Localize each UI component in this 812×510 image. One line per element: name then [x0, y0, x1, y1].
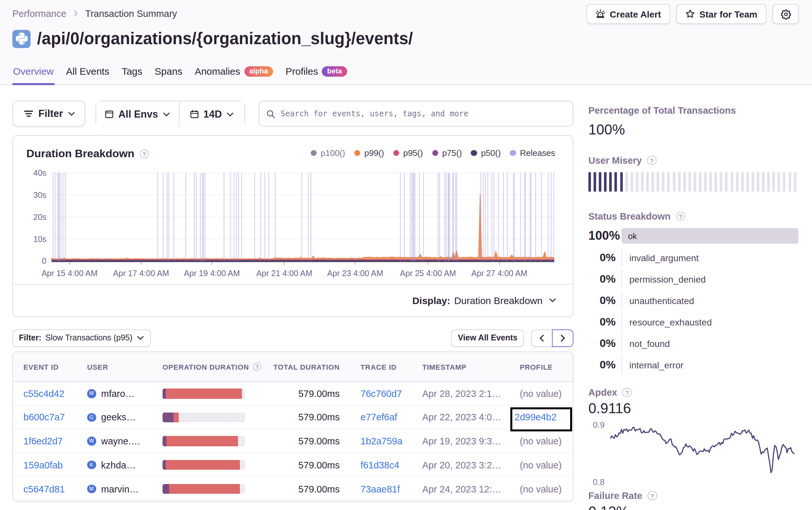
tab-anomalies[interactable]: Anomaliesalpha [194, 66, 274, 85]
pct-transactions-value: 100% [588, 121, 799, 139]
misery-bar [694, 172, 696, 192]
user-avatar: M [87, 485, 96, 493]
toolbar-right: View All Events [452, 329, 573, 347]
status-breakdown-label: Status Breakdown [588, 211, 671, 221]
trace-id-cell: e77ef6af [347, 412, 422, 423]
column-header-event-id[interactable]: EVENT ID [23, 363, 87, 371]
trace-id-link[interactable]: 1b2a759a [360, 436, 402, 446]
misery-bar [704, 172, 707, 192]
column-header-timestamp[interactable]: TIMESTAMP [422, 363, 520, 371]
operation-duration-bar[interactable] [163, 412, 245, 422]
timestamp-cell: Apr 22, 2023 4:0… [422, 412, 520, 423]
python-platform-icon [12, 30, 31, 48]
duration-breakdown-help-icon[interactable]: ? [140, 149, 149, 159]
failure-rate-help-icon[interactable]: ? [647, 491, 657, 501]
misery-bar [757, 172, 759, 192]
user-avatar: G [87, 413, 96, 422]
legend-item-p100[interactable]: p100() [311, 148, 345, 158]
op-duration-segment-red [174, 412, 179, 422]
pagination [531, 329, 573, 347]
profile-link[interactable]: 2d99e4b2 [515, 412, 556, 423]
svg-text:20s: 20s [33, 212, 46, 221]
legend-dot [471, 150, 477, 156]
legend-label: p95() [403, 148, 423, 158]
display-value[interactable]: Duration Breakdown [454, 295, 543, 306]
legend-item-p99[interactable]: p99() [354, 148, 384, 158]
user-misery-help-icon[interactable]: ? [647, 156, 656, 166]
search-input[interactable] [281, 109, 566, 118]
trace-id-link[interactable]: 73aae81f [360, 484, 400, 494]
event-id-link[interactable]: b600c7a7 [23, 412, 65, 423]
status-rows: 0%invalid_argument0%permission_denied0%u… [588, 247, 799, 376]
op-duration-segment-purple [163, 389, 166, 398]
status-percent: 0% [588, 337, 616, 350]
trace-id-link[interactable]: f61d38c4 [360, 460, 399, 470]
operation-duration-help-icon[interactable]: ? [253, 362, 262, 371]
operation-duration-cell [163, 436, 275, 446]
tab-spans[interactable]: Spans [154, 66, 183, 85]
chevron-down-icon[interactable] [548, 297, 556, 304]
op-duration-segment-purple [163, 484, 169, 494]
next-page-button[interactable] [552, 329, 573, 347]
column-header-total-duration[interactable]: TOTAL DURATION [275, 363, 347, 371]
filter-button[interactable]: Filter [12, 101, 85, 127]
column-header-operation-duration[interactable]: OPERATION DURATION? [163, 362, 275, 371]
apdex-chart: 0.90.8 [588, 419, 799, 489]
tab-profiles[interactable]: Profilesbeta [285, 66, 347, 85]
legend-item-Releases[interactable]: Releases [510, 148, 555, 158]
trace-id-link[interactable]: e77ef6af [360, 412, 397, 423]
search-box [258, 101, 573, 127]
column-header-profile[interactable]: PROFILE [520, 363, 562, 371]
user-misery-score-bar [588, 172, 799, 192]
misery-bar [788, 172, 791, 192]
previous-page-button[interactable] [531, 329, 552, 347]
slow-transactions-filter-button[interactable]: Filter: Slow Transactions (p95) [12, 329, 151, 347]
date-range-selector[interactable]: 14D [179, 101, 244, 127]
tab-label: Tags [122, 66, 142, 77]
settings-button[interactable] [772, 4, 799, 24]
star-for-team-button[interactable]: Star for Team [676, 4, 766, 24]
operation-duration-bar[interactable] [163, 436, 245, 446]
view-all-events-button[interactable]: View All Events [452, 329, 524, 347]
misery-bar [746, 172, 749, 192]
misery-bar [735, 172, 738, 192]
svg-text:Apr 25 4:00 AM: Apr 25 4:00 AM [400, 269, 456, 278]
operation-duration-bar[interactable] [163, 389, 245, 398]
trace-id-cell: 76c760d7 [347, 389, 422, 399]
svg-text:30s: 30s [33, 190, 46, 200]
status-row-resource_exhausted: 0%resource_exhausted [588, 311, 799, 333]
chart-footer: Display: Duration Breakdown [13, 283, 573, 317]
column-header-user[interactable]: USER [87, 363, 163, 371]
event-id-link[interactable]: 1f6ed2d7 [23, 436, 63, 446]
legend-item-p50[interactable]: p50() [471, 148, 501, 158]
total-duration-cell: 579.00ms [275, 460, 347, 470]
status-row-ok: 100% ok [588, 228, 799, 244]
misery-bar [741, 172, 744, 192]
trace-id-link[interactable]: 76c760d7 [360, 389, 402, 399]
op-duration-segment-red [167, 436, 238, 446]
operation-duration-cell [163, 412, 275, 422]
event-id-link[interactable]: 159a0fab [23, 460, 63, 470]
op-duration-segment-purple [163, 412, 174, 422]
create-alert-button[interactable]: Create Alert [586, 4, 670, 24]
event-id-link[interactable]: c5647d81 [23, 484, 65, 494]
environment-selector[interactable]: All Envs [96, 101, 179, 127]
tab-tags[interactable]: Tags [121, 66, 143, 85]
legend-item-p95[interactable]: p95() [393, 148, 423, 158]
operation-duration-bar[interactable] [163, 484, 245, 494]
status-breakdown-help-icon[interactable]: ? [676, 212, 685, 221]
legend-dot [354, 150, 360, 156]
status-ok-bar[interactable]: ok [621, 228, 799, 244]
column-header-trace-id[interactable]: TRACE ID [347, 363, 422, 371]
operation-duration-bar[interactable] [163, 460, 245, 470]
event-id-link[interactable]: c55c4d42 [23, 389, 64, 399]
breadcrumb-performance[interactable]: Performance [12, 8, 66, 19]
legend-item-p75[interactable]: p75() [432, 148, 462, 158]
op-duration-segment-purple [163, 460, 166, 470]
user-misery-label: User Misery [588, 155, 642, 166]
user-name: marvin… [101, 484, 139, 494]
tab-all-events[interactable]: All Events [65, 66, 110, 85]
apdex-help-icon[interactable]: ? [622, 388, 632, 397]
tab-overview[interactable]: Overview [12, 66, 54, 85]
user-misery-heading: User Misery ? [588, 155, 799, 166]
